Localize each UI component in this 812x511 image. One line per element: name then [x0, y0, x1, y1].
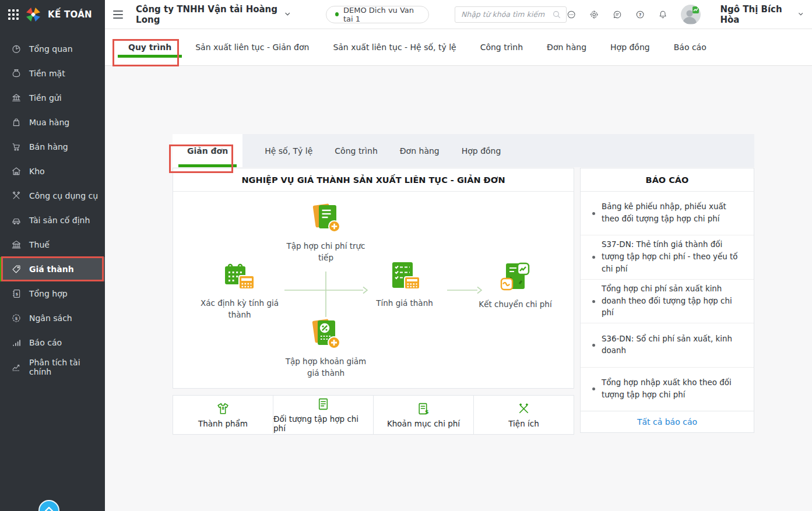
shopping-bag-icon [11, 117, 22, 128]
tab-cong-trinh[interactable]: Công trình [480, 43, 523, 52]
main-content: Giản đơn Hệ số, Tỷ lệ Công trình Đơn hàn… [105, 66, 812, 511]
report-item[interactable]: S37-DN: Thẻ tính giá thành đối tượng tập… [581, 235, 754, 279]
action-thanh-pham[interactable]: 8 Thành phẩm [173, 395, 273, 435]
ledger-book-icon: $ [11, 288, 22, 299]
tab-san-xuat-lien-tuc-gian-don[interactable]: Sản xuất liên tục - Giản đơn [195, 43, 309, 52]
sidebar-item-ban-hang[interactable]: Bán hàng [0, 135, 105, 159]
process-tab-don-hang[interactable]: Đơn hàng [400, 146, 440, 156]
report-item[interactable]: Tổng hợp nhập xuất kho theo đối tượng tậ… [581, 368, 754, 411]
sidebar-item-tai-san-co-dinh[interactable]: Tài sản cố định [0, 208, 105, 232]
help-icon[interactable]: ? [635, 8, 645, 21]
chat-icon[interactable] [613, 8, 622, 21]
status-dot [335, 12, 339, 16]
brand-bar: KẾ TOÁN [0, 0, 105, 29]
action-doi-tuong-tap-hop-chi-phi[interactable]: Đối tượng tập hợp chi phí [273, 395, 374, 435]
user-name[interactable]: Ngô Thị Bích Hòa [720, 4, 782, 25]
checklist-calculator-icon [388, 262, 421, 291]
tab-hop-dong[interactable]: Hợp đồng [610, 43, 650, 52]
diagram-title: NGHIỆP VỤ GIÁ THÀNH SẢN XUẤT LIÊN TỤC - … [173, 168, 574, 192]
sidebar-item-mua-hang[interactable]: Mua hàng [0, 110, 105, 135]
chevron-down-icon [285, 12, 290, 16]
step-tap-hop-khoan-giam-gia-thanh[interactable]: Tập hợp khoản giảm giá thành [282, 318, 370, 379]
settings-gear-icon[interactable] [589, 8, 599, 21]
app-launcher-icon[interactable] [8, 9, 19, 20]
sidebar-item-thue[interactable]: Thuế [0, 232, 105, 257]
sidebar-item-ngan-sach[interactable]: $Ngân sách [0, 306, 105, 330]
process-diagram-panel: NGHIỆP VỤ GIÁ THÀNH SẢN XUẤT LIÊN TỤC - … [173, 168, 574, 389]
process-tab-gian-don[interactable]: Giản đơn [173, 134, 242, 167]
money-bag-icon [11, 68, 22, 79]
user-menu-chevron-icon[interactable] [799, 12, 803, 16]
all-reports-link[interactable]: Tất cả báo cáo [637, 417, 697, 427]
svg-text:8: 8 [222, 406, 224, 411]
tab-bao-cao[interactable]: Báo cáo [674, 43, 706, 52]
car-asset-icon [11, 215, 22, 225]
sidebar-item-gia-thanh[interactable]: Giá thành [0, 257, 105, 281]
step-tinh-gia-thanh[interactable]: Tính giá thành [361, 262, 448, 309]
sidebar-item-tong-quan[interactable]: Tổng quan [0, 37, 105, 61]
report-item[interactable]: Tổng hợp chi phí sản xuất kinh doanh the… [581, 280, 754, 323]
tab-san-xuat-lien-tuc-he-so-ty-le[interactable]: Sản xuất liên tục - Hệ số, tỷ lệ [333, 43, 456, 52]
calendar-calculator-icon [223, 262, 256, 291]
sidebar-item-bao-cao[interactable]: Báo cáo [0, 330, 105, 355]
report-item[interactable]: S36-DN: Sổ chi phí sản xuất, kinh doanh [581, 323, 754, 367]
sidebar-item-tien-mat[interactable]: Tiền mặt [0, 61, 105, 86]
sidebar-item-tien-gui[interactable]: Tiền gửi [0, 86, 105, 110]
quick-actions-row: 8 Thành phẩm Đối tượng tập hợp chi phí $… [173, 395, 574, 435]
step-tap-hop-chi-phi-truc-tiep[interactable]: Tập hợp chi phí trực tiếp [282, 202, 370, 264]
svg-text:$: $ [15, 292, 18, 297]
overview-pie-icon [11, 44, 22, 54]
warehouse-icon [11, 166, 22, 177]
tab-quy-trinh[interactable]: Quy trình [128, 43, 171, 52]
top-header: Công ty TNHH Vận tải Hoàng Long DEMO Dic… [105, 0, 812, 29]
step-xac-dinh-ky-tinh-gia-thanh[interactable]: Xác định kỳ tính giá thành [196, 262, 283, 321]
sidebar-nav: Tổng quan Tiền mặt Tiền gửi Mua hàng Bán… [0, 29, 105, 511]
sidebar-item-phan-tich-tai-chinh[interactable]: Phân tích tài chính [0, 355, 105, 379]
price-tag-icon [11, 264, 22, 274]
cost-item-document-icon: $ [416, 401, 431, 416]
process-tab-cong-trinh[interactable]: Công trình [335, 146, 377, 156]
reports-title: BÁO CÁO [581, 168, 754, 192]
finished-goods-shirt-icon: 8 [216, 401, 230, 416]
menu-toggle-icon[interactable] [113, 10, 123, 19]
reports-panel: BÁO CÁO Bảng kê phiếu nhập, phiếu xuất t… [580, 168, 754, 433]
app-title: KẾ TOÁN [48, 9, 92, 20]
sidebar-item-kho[interactable]: Kho [0, 159, 105, 184]
documents-add-icon [310, 202, 342, 234]
company-selector[interactable]: Công ty TNHH Vận tải Hoàng Long [136, 4, 290, 25]
reports-footer: Tất cả báo cáo [581, 411, 754, 432]
tools-icon [11, 191, 22, 201]
bullet-dot [592, 300, 595, 303]
sidebar-item-tong-hop[interactable]: $Tổng hợp [0, 281, 105, 306]
bank-deposit-icon [11, 93, 22, 103]
bullet-dot [592, 387, 595, 390]
bar-chart-icon [11, 337, 22, 348]
line-chart-icon [11, 362, 22, 372]
notifications-bell-icon[interactable] [658, 8, 667, 21]
tax-temple-icon [11, 239, 22, 250]
report-item[interactable]: Bảng kê phiếu nhập, phiếu xuất theo đối … [581, 192, 754, 235]
user-avatar[interactable] [681, 5, 701, 24]
misa-pinwheel-logo [24, 6, 42, 23]
bullet-dot [592, 212, 595, 215]
process-tab-hop-dong[interactable]: Hợp đồng [462, 146, 501, 156]
sidebar-item-cong-cu-dung-cu[interactable]: Công cụ dụng cụ [0, 184, 105, 208]
process-tab-strip: Giản đơn Hệ số, Tỷ lệ Công trình Đơn hàn… [173, 134, 754, 167]
shopping-cart-icon [11, 142, 22, 152]
budget-icon: $ [11, 313, 22, 323]
step-ket-chuyen-chi-phi[interactable]: Kết chuyển chi phí [472, 262, 559, 310]
documents-discount-add-icon [309, 318, 343, 349]
search-icon[interactable] [552, 10, 561, 19]
action-khoan-muc-chi-phi[interactable]: $ Khoản mục chi phí [373, 395, 474, 435]
module-tab-bar: Quy trình Sản xuất liên tục - Giản đơn S… [105, 29, 812, 66]
bullet-dot [592, 344, 595, 347]
company-name: Công ty TNHH Vận tải Hoàng Long [136, 4, 279, 25]
search-input[interactable] [461, 10, 552, 19]
global-search [455, 6, 567, 23]
environment-badge: DEMO Dich vu Van tai 1 [326, 6, 429, 23]
process-tab-he-so-ty-le[interactable]: Hệ số, Tỷ lệ [265, 146, 312, 156]
transfer-document-icon [500, 262, 531, 292]
more-options-icon[interactable] [567, 8, 576, 21]
tab-don-hang[interactable]: Đơn hàng [547, 43, 586, 52]
action-tien-ich[interactable]: Tiện ích [473, 395, 574, 435]
